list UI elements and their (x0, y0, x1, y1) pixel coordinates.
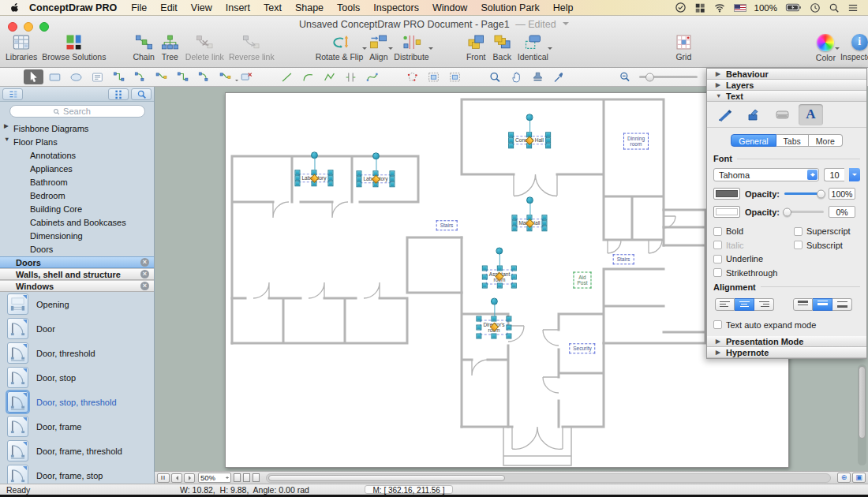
selection-handle[interactable] (511, 275, 517, 280)
shape-item-door-stop[interactable]: Door, stop (0, 365, 154, 390)
toolbar-button-align[interactable]: Align (365, 32, 391, 62)
pan-tool[interactable] (507, 69, 526, 84)
close-icon[interactable] (140, 258, 149, 267)
selection-handle[interactable] (545, 132, 551, 137)
us-flag-icon[interactable] (734, 4, 746, 12)
selection-handle[interactable] (507, 325, 512, 331)
selection-handle[interactable] (328, 181, 334, 187)
document-page[interactable]: Concert HallDinningroomLaboratoryLaborat… (225, 92, 789, 468)
selection-handle[interactable] (390, 182, 395, 188)
control-list-icon[interactable] (847, 3, 859, 13)
selection-handle[interactable] (507, 316, 512, 322)
tree-item-bathroom[interactable]: Bathroom (0, 175, 154, 189)
text-tool[interactable] (88, 69, 107, 84)
close-icon[interactable] (140, 282, 149, 290)
spline-tool[interactable] (362, 69, 382, 84)
selection-handle[interactable] (390, 177, 395, 182)
text-color-swatch[interactable] (713, 188, 740, 200)
rotation-handle[interactable] (526, 196, 533, 204)
rotation-handle[interactable] (372, 152, 379, 159)
section-text[interactable]: Text (707, 91, 866, 102)
toolbar-button-rotate-flip[interactable]: Rotate & Flip (313, 32, 366, 62)
chain-connector-tool[interactable] (215, 69, 235, 84)
tree-item-dimensioning[interactable]: Dimensioning (0, 229, 154, 242)
section-layers[interactable]: Layers (707, 80, 866, 91)
sync-check-icon[interactable] (675, 2, 687, 13)
page-tab-2[interactable] (243, 473, 250, 482)
canvas-label-security[interactable]: Security (569, 343, 595, 353)
selection-handle[interactable] (508, 138, 514, 144)
selection-handle[interactable] (511, 266, 517, 271)
canvas-label-aid-post[interactable]: AidPost (573, 272, 591, 289)
eyedropper-tool[interactable] (549, 69, 569, 84)
menu-edit[interactable]: Edit (160, 2, 178, 13)
menu-text[interactable]: Text (264, 2, 282, 13)
canvas-label-laboratory[interactable]: Laboratory (298, 174, 329, 182)
canvas-label-main-hall[interactable]: Main Hall (515, 219, 543, 227)
tree-item-bedroom[interactable]: Bedroom (0, 189, 154, 202)
menu-view[interactable]: View (191, 2, 212, 13)
search-input[interactable] (9, 105, 145, 118)
selection-handle[interactable] (497, 282, 503, 288)
tab-general[interactable]: General (731, 134, 776, 147)
zoom-stepper-icon[interactable] (226, 475, 229, 480)
shape-item-door[interactable]: Door (0, 316, 154, 341)
rotation-handle[interactable] (491, 298, 498, 305)
selection-handle[interactable] (511, 226, 517, 232)
selection-handle[interactable] (508, 144, 514, 149)
zoom-level-control[interactable]: 50% (198, 473, 231, 483)
shape-item-door-frame[interactable]: Door, frame (0, 414, 154, 439)
slider-thumb[interactable] (783, 207, 791, 216)
menu-file[interactable]: File (131, 2, 147, 13)
select-tool[interactable] (24, 69, 43, 84)
selection-handle[interactable] (511, 221, 517, 226)
menu-help[interactable]: Help (553, 2, 574, 13)
section-hypernote[interactable]: Hypernote (707, 347, 866, 358)
toolbar-button-distribute[interactable]: Distribute (391, 32, 431, 62)
checkbox-superscript[interactable]: Superscript (794, 226, 851, 236)
apple-menu-icon[interactable] (9, 2, 20, 13)
shape-item-door-frame-stop[interactable]: Door, frame, stop (0, 463, 154, 484)
selection-handle[interactable] (542, 215, 548, 220)
tree-item-floor-plans[interactable]: Floor Plans (0, 135, 154, 148)
round-connector-tool[interactable] (194, 69, 214, 84)
menu-insert[interactable]: Insert (226, 2, 250, 13)
background-opacity-slider[interactable] (784, 211, 824, 213)
slider-thumb[interactable] (817, 189, 825, 198)
canvas-label-laboratory[interactable]: Laboratory (360, 174, 391, 183)
smart-connector-tool[interactable] (173, 69, 193, 84)
rotation-handle[interactable] (496, 248, 503, 255)
pan-view-button[interactable]: ⊕ (837, 473, 851, 483)
selection-handle[interactable] (294, 170, 300, 175)
lasso-select-tool[interactable] (402, 69, 422, 84)
checkbox-bold[interactable]: Bold (713, 226, 794, 236)
tree-item-cabinets-and-bookcases[interactable]: Cabinets and Bookcases (0, 215, 154, 229)
tree-item-appliances[interactable]: Appliances (0, 162, 154, 175)
tab-tabs[interactable]: Tabs (776, 134, 809, 147)
selection-handle[interactable] (476, 333, 481, 338)
zoom-tool[interactable] (485, 69, 505, 84)
convert-group-tool[interactable] (445, 69, 465, 84)
selection-handle[interactable] (328, 170, 334, 175)
checkbox-underline[interactable]: Underline (713, 254, 794, 263)
grid-view-button[interactable] (108, 88, 129, 100)
tree-item-doors[interactable]: Doors (0, 242, 154, 256)
shape-item-door-stop-threshold[interactable]: Door, stop, threshold (0, 390, 154, 414)
menu-shape[interactable]: Shape (295, 2, 324, 13)
tree-item-fishbone-diagrams[interactable]: Fishbone Diagrams (0, 121, 154, 135)
title-chevron-icon[interactable] (563, 22, 569, 28)
triangle-down-icon[interactable] (4, 136, 9, 143)
battery-icon[interactable] (785, 2, 802, 13)
align-left-button[interactable] (715, 298, 735, 311)
toolbar-button-chain[interactable]: Chain (130, 32, 156, 62)
library-header-windows[interactable]: Windows (0, 280, 154, 292)
selection-handle[interactable] (492, 333, 497, 338)
font-size-dropdown[interactable] (849, 168, 860, 181)
align-bottom-button[interactable] (832, 298, 852, 311)
font-family-select[interactable]: Tahoma (713, 168, 819, 181)
bezier-connector-tool[interactable] (152, 69, 171, 84)
align-right-button[interactable] (754, 298, 774, 311)
triangle-right-icon[interactable] (4, 122, 9, 129)
sidebar-search-button[interactable] (131, 88, 152, 100)
line-tool[interactable] (277, 69, 297, 84)
